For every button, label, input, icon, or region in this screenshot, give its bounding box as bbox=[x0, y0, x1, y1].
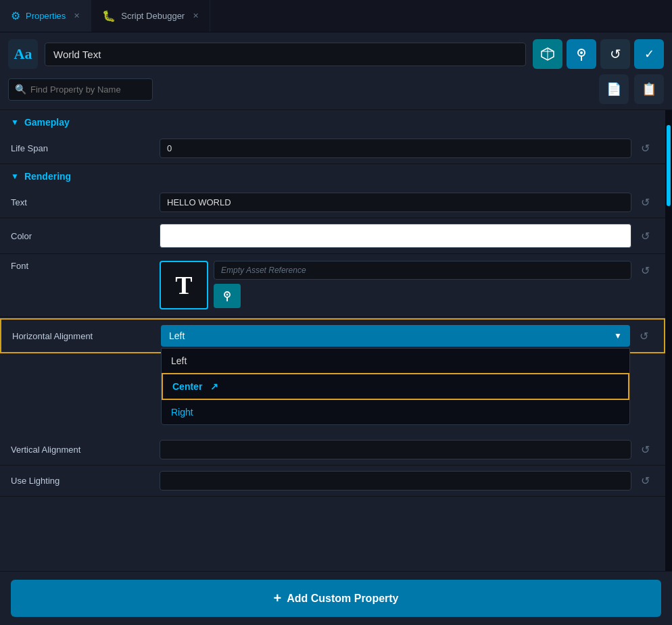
rendering-label: Rendering bbox=[24, 171, 71, 182]
add-custom-property-button[interactable]: + Add Custom Property bbox=[11, 580, 661, 617]
use-lighting-reset-button[interactable]: ↺ bbox=[635, 472, 654, 491]
header-area: Aa ↺ ✓ bbox=[0, 32, 672, 110]
rendering-section-header[interactable]: ▼ Rendering bbox=[0, 164, 665, 187]
title-input[interactable] bbox=[45, 43, 526, 66]
font-pin-icon bbox=[221, 290, 233, 302]
text-row: Text ↺ bbox=[0, 187, 665, 218]
vertical-scrollbar[interactable] bbox=[665, 110, 672, 625]
horizontal-alignment-label: Horizontal Alignment bbox=[12, 331, 161, 341]
dropdown-current-value: Left bbox=[169, 330, 185, 341]
paste-button[interactable]: 📋 bbox=[634, 74, 664, 104]
header-buttons: ↺ ✓ bbox=[533, 39, 664, 69]
vertical-alignment-input[interactable] bbox=[160, 440, 631, 459]
confirm-button[interactable]: ✓ bbox=[634, 39, 664, 69]
app-container: ⚙ Properties ✕ 🐛 Script Debugger ✕ Aa bbox=[0, 0, 672, 625]
horizontal-alignment-row: Horizontal Alignment Left ▼ Left Center … bbox=[0, 318, 665, 353]
script-debugger-tab-close[interactable]: ✕ bbox=[193, 11, 199, 20]
script-debugger-tab-label: Script Debugger bbox=[121, 11, 185, 21]
properties-tab-close[interactable]: ✕ bbox=[74, 11, 80, 20]
horizontal-alignment-dropdown[interactable]: Left ▼ bbox=[161, 325, 630, 347]
vertical-alignment-value bbox=[160, 440, 631, 459]
dropdown-option-center[interactable]: Center ↗ bbox=[162, 373, 629, 400]
search-icon: 🔍 bbox=[15, 84, 26, 95]
main-panel: ▼ Gameplay Life Span ↺ ▼ Rendering Text bbox=[0, 110, 672, 625]
text-label: Text bbox=[11, 197, 160, 207]
color-value bbox=[160, 224, 631, 248]
properties-panel: ▼ Gameplay Life Span ↺ ▼ Rendering Text bbox=[0, 110, 665, 625]
font-label: Font bbox=[11, 261, 160, 271]
title-icon: Aa bbox=[8, 39, 38, 69]
lifespan-label: Life Span bbox=[11, 143, 160, 153]
gameplay-label: Gameplay bbox=[24, 117, 70, 128]
rendering-arrow: ▼ bbox=[11, 172, 19, 181]
horizontal-alignment-dropdown-wrapper: Left ▼ Left Center ↗ Right bbox=[161, 325, 630, 347]
gameplay-arrow: ▼ bbox=[11, 118, 19, 127]
vertical-alignment-row: Vertical Alignment ↺ bbox=[0, 434, 665, 466]
font-preview[interactable]: T bbox=[160, 261, 208, 309]
lifespan-reset-button[interactable]: ↺ bbox=[635, 139, 654, 158]
font-reset-button[interactable]: ↺ bbox=[635, 261, 654, 280]
color-row: Color ↺ bbox=[0, 218, 665, 254]
lifespan-input[interactable] bbox=[160, 139, 631, 158]
svg-point-6 bbox=[226, 294, 229, 296]
dropdown-option-left[interactable]: Left bbox=[162, 349, 629, 373]
undo-button[interactable]: ↺ bbox=[600, 39, 630, 69]
pin-icon bbox=[574, 47, 589, 61]
lifespan-row: Life Span ↺ bbox=[0, 133, 665, 164]
bottom-bar: + Add Custom Property bbox=[0, 571, 672, 625]
tab-bar: ⚙ Properties ✕ 🐛 Script Debugger ✕ bbox=[0, 0, 672, 32]
color-reset-button[interactable]: ↺ bbox=[635, 226, 654, 245]
copy-button[interactable]: 📄 bbox=[599, 74, 629, 104]
text-input[interactable] bbox=[160, 193, 631, 212]
search-row: 🔍 📄 📋 bbox=[8, 74, 664, 104]
pin-button[interactable] bbox=[567, 39, 596, 69]
script-debugger-tab-icon: 🐛 bbox=[102, 9, 116, 22]
cube-icon bbox=[540, 47, 555, 61]
color-swatch[interactable] bbox=[160, 224, 631, 248]
use-lighting-input[interactable] bbox=[160, 471, 631, 491]
font-value: T Empty Asset Reference bbox=[160, 261, 631, 309]
lifespan-value bbox=[160, 139, 631, 158]
use-lighting-label: Use Lighting bbox=[11, 476, 160, 486]
tab-script-debugger[interactable]: 🐛 Script Debugger ✕ bbox=[91, 0, 210, 32]
use-lighting-value bbox=[160, 471, 631, 491]
add-custom-label: Add Custom Property bbox=[287, 593, 398, 605]
search-input[interactable] bbox=[8, 78, 153, 101]
dropdown-arrow-icon: ▼ bbox=[614, 331, 622, 341]
horizontal-alignment-value: Left ▼ Left Center ↗ Right bbox=[161, 325, 630, 347]
font-pin-button[interactable] bbox=[214, 284, 241, 308]
font-asset-ref: Empty Asset Reference bbox=[214, 261, 631, 280]
vertical-alignment-label: Vertical Alignment bbox=[11, 445, 160, 455]
use-lighting-row: Use Lighting ↺ bbox=[0, 466, 665, 497]
font-asset-area: Empty Asset Reference bbox=[214, 261, 631, 308]
dropdown-option-right[interactable]: Right bbox=[162, 400, 629, 424]
cube-button[interactable] bbox=[533, 39, 562, 69]
svg-point-4 bbox=[580, 51, 583, 54]
properties-tab-label: Properties bbox=[26, 11, 66, 21]
title-row: Aa ↺ ✓ bbox=[8, 39, 664, 69]
tab-properties[interactable]: ⚙ Properties ✕ bbox=[0, 0, 91, 32]
gameplay-section-header[interactable]: ▼ Gameplay bbox=[0, 110, 665, 133]
search-wrapper: 🔍 bbox=[8, 78, 594, 101]
add-custom-plus-icon: + bbox=[273, 591, 281, 606]
text-reset-button[interactable]: ↺ bbox=[635, 193, 654, 212]
horizontal-alignment-reset-button[interactable]: ↺ bbox=[634, 326, 653, 345]
color-label: Color bbox=[11, 231, 160, 241]
scrollbar-thumb[interactable] bbox=[667, 125, 671, 206]
properties-tab-icon: ⚙ bbox=[11, 9, 20, 22]
text-value bbox=[160, 193, 631, 212]
font-row: Font T Empty Asset Reference bbox=[0, 254, 665, 317]
vertical-alignment-reset-button[interactable]: ↺ bbox=[635, 441, 654, 459]
dropdown-menu: Left Center ↗ Right bbox=[161, 348, 630, 425]
